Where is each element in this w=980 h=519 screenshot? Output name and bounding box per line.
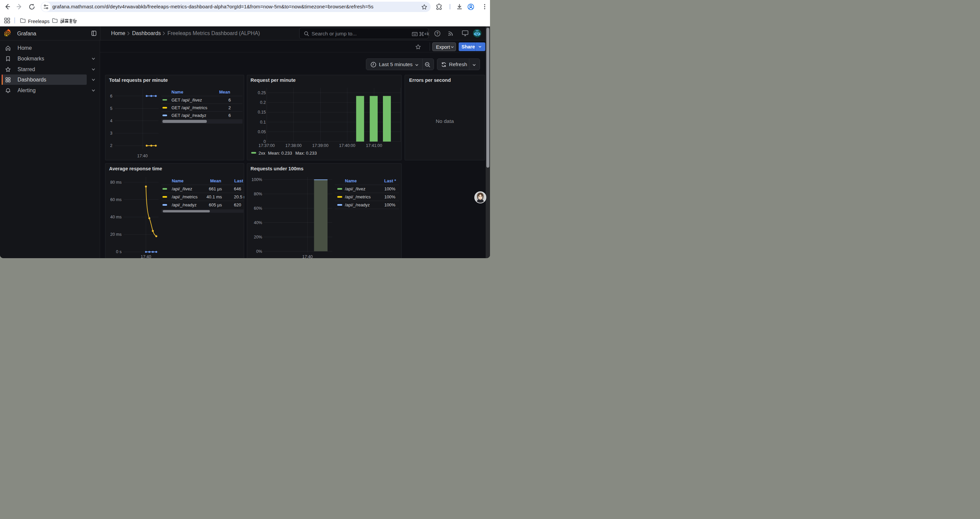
svg-text:?: ? (436, 31, 439, 35)
